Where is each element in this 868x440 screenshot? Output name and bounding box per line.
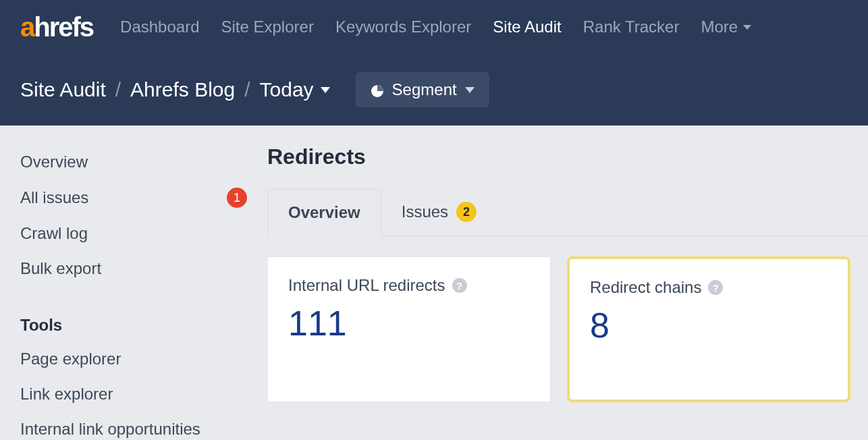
page-title: Redirects [267,144,868,169]
sidebar-item-internal-link-opportunities[interactable]: Internal link opportunities [20,412,247,440]
breadcrumb: Site Audit / Ahrefs Blog / Today [20,78,330,101]
nav-label: More [701,18,738,36]
nav-label: Keywords Explorer [335,18,471,36]
sidebar-item-crawl-log[interactable]: Crawl log [20,216,247,251]
chevron-down-icon [321,87,330,93]
help-icon[interactable]: ? [708,280,723,295]
breadcrumb-sep: / [244,78,250,101]
sidebar-item-overview[interactable]: Overview [20,144,247,180]
nav-more[interactable]: More [701,18,751,36]
logo[interactable]: ahrefs [20,12,93,43]
tab-overview[interactable]: Overview [267,189,381,236]
sidebar-item-label: Internal link opportunities [20,420,200,439]
sidebar-tools-heading: Tools [20,304,247,341]
breadcrumb-date[interactable]: Today [260,78,330,101]
nav-site-audit[interactable]: Site Audit [493,18,561,36]
chevron-down-icon [465,87,474,93]
sidebar: Overview All issues 1 Crawl log Bulk exp… [0,126,267,440]
sidebar-item-page-explorer[interactable]: Page explorer [20,341,247,377]
card-redirect-chains[interactable]: Redirect chains ? 8 [567,256,850,402]
nav-label: Dashboard [120,18,199,36]
top-nav: ahrefs Dashboard Site Explorer Keywords … [0,0,868,54]
tab-issues-badge: 2 [456,202,477,222]
logo-rest: hrefs [34,12,93,43]
tab-label: Issues [402,202,448,221]
sidebar-item-all-issues[interactable]: All issues 1 [20,180,247,216]
sidebar-item-label: Link explorer [20,385,113,404]
card-title-row: Internal URL redirects ? [288,276,530,295]
nav-rank-tracker[interactable]: Rank Tracker [583,18,680,36]
card-title-row: Redirect chains ? [590,278,828,297]
breadcrumb-sep: / [115,78,121,101]
card-value: 8 [590,305,828,346]
breadcrumb-label: Today [260,78,314,101]
nav-items: Dashboard Site Explorer Keywords Explore… [120,18,751,36]
segment-label: Segment [392,80,457,99]
breadcrumb-label: Ahrefs Blog [130,78,235,101]
segment-button[interactable]: Segment [356,72,489,107]
sidebar-main-section: Overview All issues 1 Crawl log Bulk exp… [20,144,247,286]
sidebar-item-label: All issues [20,188,88,207]
card-title: Internal URL redirects [288,276,445,295]
sidebar-item-label: Page explorer [20,350,121,368]
sidebar-item-label: Overview [20,153,88,171]
issues-count-badge: 1 [227,188,247,208]
tab-label: Overview [288,203,360,222]
nav-label: Site Explorer [221,18,313,36]
nav-dashboard[interactable]: Dashboard [120,18,199,36]
nav-keywords-explorer[interactable]: Keywords Explorer [335,18,471,36]
card-internal-url-redirects[interactable]: Internal URL redirects ? 111 [267,256,551,402]
breadcrumb-site-audit[interactable]: Site Audit [20,78,106,101]
content: Overview All issues 1 Crawl log Bulk exp… [0,126,868,440]
sidebar-item-label: Crawl log [20,224,88,243]
card-title: Redirect chains [590,278,701,297]
cards-row: Internal URL redirects ? 111 Redirect ch… [267,256,868,402]
sidebar-item-link-explorer[interactable]: Link explorer [20,377,247,412]
chevron-down-icon [743,25,751,30]
breadcrumb-label: Site Audit [20,78,106,101]
tabs: Overview Issues 2 [267,188,868,236]
sidebar-item-label: Bulk export [20,259,101,278]
pie-chart-icon [371,83,384,97]
card-value: 111 [288,303,530,343]
tab-issues[interactable]: Issues 2 [381,188,497,236]
sidebar-item-bulk-export[interactable]: Bulk export [20,251,247,286]
breadcrumb-bar: Site Audit / Ahrefs Blog / Today Segment [0,54,868,126]
breadcrumb-project[interactable]: Ahrefs Blog [130,78,235,101]
nav-label: Rank Tracker [583,18,680,36]
nav-site-explorer[interactable]: Site Explorer [221,18,313,36]
logo-a: a [20,12,34,43]
help-icon[interactable]: ? [452,278,467,293]
main: Redirects Overview Issues 2 Internal URL… [267,126,868,440]
nav-label: Site Audit [493,18,561,36]
